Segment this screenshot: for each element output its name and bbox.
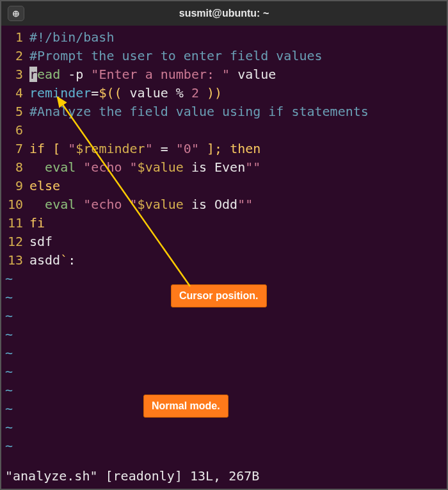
code-line[interactable]: 8 eval "echo "$value is Even"" [5,158,447,177]
window-titlebar: ⊕ susmit@ubuntu: ~ [1,1,447,26]
code-content[interactable]: read -p "Enter a number: " value [29,65,447,84]
code-content[interactable]: #Analyze the field value using if statem… [29,102,447,121]
line-number: 8 [5,158,29,177]
code-content[interactable]: asdd`: [29,251,447,270]
editor-area[interactable]: 1#!/bin/bash2#Prompt the user to enter f… [1,26,447,270]
line-number: 4 [5,84,29,102]
code-line[interactable]: 2#Prompt the user to enter field values [5,47,447,65]
line-number: 3 [5,65,29,84]
code-content[interactable]: #!/bin/bash [29,28,447,47]
line-number: 6 [5,121,29,140]
empty-line-tilde: ~ [1,307,447,325]
line-number: 9 [5,177,29,195]
line-number: 5 [5,102,29,121]
code-content[interactable]: #Prompt the user to enter field values [29,47,447,65]
code-content[interactable] [29,121,447,140]
code-content[interactable]: else [29,177,447,195]
code-content[interactable]: if [ "$reminder" = "0" ]; then [29,140,447,158]
code-line[interactable]: 6 [5,121,447,140]
status-line: "analyze.sh" [readonly] 13L, 267B [5,468,259,484]
line-number: 12 [5,233,29,251]
code-line[interactable]: 4reminder=$(( value % 2 )) [5,84,447,102]
code-line[interactable]: 11fi [5,214,447,233]
empty-line-tilde: ~ [1,363,447,381]
code-line[interactable]: 3read -p "Enter a number: " value [5,65,447,84]
code-line[interactable]: 12sdf [5,233,447,251]
code-line[interactable]: 5#Analyze the field value using if state… [5,102,447,121]
code-content[interactable]: reminder=$(( value % 2 )) [29,84,447,102]
empty-line-tilde: ~ [1,418,447,437]
empty-line-tilde: ~ [1,344,447,363]
line-number: 1 [5,28,29,47]
code-line[interactable]: 9else [5,177,447,195]
code-line[interactable]: 10 eval "echo "$value is Odd"" [5,195,447,214]
code-content[interactable]: sdf [29,233,447,251]
empty-line-tilde: ~ [1,325,447,344]
code-line[interactable]: 1#!/bin/bash [5,28,447,47]
new-tab-button[interactable]: ⊕ [8,6,24,21]
line-number: 11 [5,214,29,233]
code-line[interactable]: 13asdd`: [5,251,447,270]
empty-line-tilde: ~ [1,437,447,455]
code-content[interactable]: eval "echo "$value is Odd"" [29,195,447,214]
code-line[interactable]: 7if [ "$reminder" = "0" ]; then [5,140,447,158]
window-title: susmit@ubuntu: ~ [24,8,424,19]
line-number: 7 [5,140,29,158]
cursor: r [29,67,37,82]
line-number: 10 [5,195,29,214]
new-tab-icon: ⊕ [12,8,20,19]
code-content[interactable]: eval "echo "$value is Even"" [29,158,447,177]
callout-cursor-position: Cursor position. [171,284,267,307]
line-number: 13 [5,251,29,270]
code-content[interactable]: fi [29,214,447,233]
callout-normal-mode: Normal mode. [143,395,228,418]
line-number: 2 [5,47,29,65]
